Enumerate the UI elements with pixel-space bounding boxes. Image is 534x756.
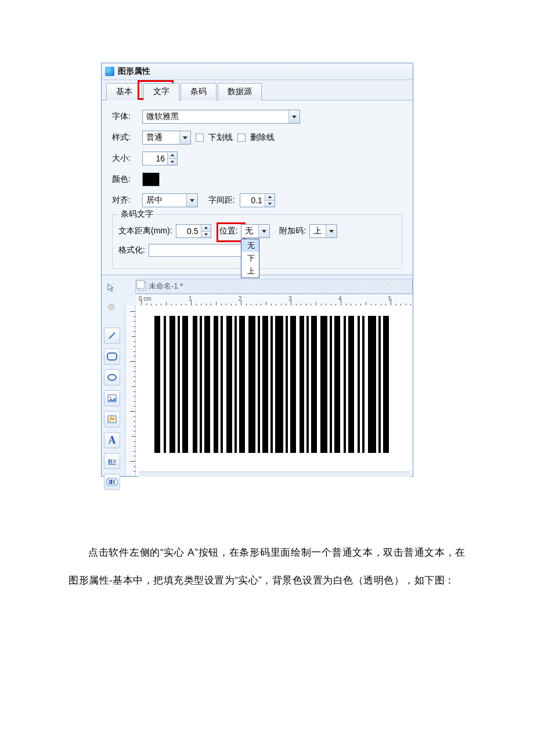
align-combo-button[interactable]	[186, 194, 197, 207]
svg-rect-18	[193, 316, 197, 453]
svg-rect-26	[248, 316, 255, 453]
tool-select-grey[interactable]	[104, 300, 119, 315]
svg-rect-13	[154, 316, 160, 453]
caret-down-icon	[262, 230, 266, 233]
caret-down-icon	[292, 116, 297, 118]
document-icon	[138, 282, 146, 290]
position-combo[interactable]: 无 无 下 上	[241, 224, 270, 238]
svg-rect-27	[258, 316, 260, 453]
line-icon	[107, 331, 117, 340]
align-label: 对齐:	[112, 195, 138, 206]
text-a-icon: A	[109, 434, 116, 447]
canvas-area: A R≡ 未命名-1 * 0 cm 1 2 3 4 5 tic	[102, 275, 413, 476]
strikethrough-checkbox[interactable]	[237, 134, 246, 142]
svg-rect-14	[164, 316, 166, 453]
image-icon	[107, 394, 117, 402]
svg-rect-2	[107, 353, 117, 360]
svg-point-3	[108, 375, 116, 380]
paper-edge	[138, 471, 410, 477]
distance-spinner[interactable]	[176, 224, 211, 238]
font-label: 字体:	[112, 111, 138, 122]
horizontal-ruler: 0 cm 1 2 3 4 5 ticks drawn below via JS	[135, 294, 413, 307]
tab-datasource[interactable]: 数据源	[218, 83, 262, 100]
group-title: 条码文字	[118, 209, 156, 219]
spinner-down[interactable]	[201, 232, 211, 238]
app-icon	[105, 67, 114, 76]
style-combo-button[interactable]	[179, 131, 190, 144]
tool-image[interactable]	[104, 390, 120, 406]
position-option-none[interactable]: 无	[241, 239, 259, 252]
svg-rect-40	[348, 316, 354, 453]
barcode-graphic[interactable]	[154, 316, 398, 455]
position-option-below[interactable]: 下	[241, 252, 259, 265]
document-tab[interactable]: 未命名-1 *	[135, 279, 413, 294]
position-label: 位置:	[219, 226, 238, 235]
size-spinner[interactable]	[142, 152, 178, 165]
caret-down-icon	[183, 136, 187, 139]
addon-combo-button[interactable]	[326, 225, 337, 237]
svg-rect-15	[169, 316, 175, 453]
text-panel: 字体: 微软雅黑 样式: 普通 下划线 删除线	[102, 100, 413, 275]
font-combo-button[interactable]	[288, 110, 300, 123]
tab-strip: 基本 文字 条码 数据源	[102, 80, 413, 100]
cursor-icon	[107, 283, 116, 292]
tool-richtext[interactable]: R≡	[104, 453, 120, 469]
addon-combo[interactable]: 上	[309, 224, 337, 238]
spinner-down[interactable]	[168, 159, 177, 165]
spinner-up[interactable]	[265, 194, 275, 201]
svg-rect-17	[182, 316, 188, 453]
tool-text[interactable]: A	[104, 432, 120, 448]
svg-rect-35	[311, 316, 317, 453]
position-option-above[interactable]: 上	[241, 265, 259, 278]
tool-barcode[interactable]	[104, 474, 120, 490]
size-label: 大小:	[112, 153, 138, 164]
addon-label: 附加码:	[279, 226, 306, 236]
underline-label: 下划线	[208, 132, 233, 143]
format-label: 格式化:	[118, 245, 145, 255]
canvas[interactable]	[135, 305, 413, 476]
caret-down-icon	[190, 199, 194, 202]
tool-vector[interactable]	[104, 411, 120, 427]
font-combo[interactable]: 微软雅黑	[142, 110, 300, 124]
svg-rect-45	[383, 316, 389, 453]
distance-input[interactable]	[176, 225, 201, 237]
svg-rect-16	[178, 316, 180, 453]
tab-barcode[interactable]: 条码	[181, 83, 217, 100]
distance-label: 文本距离(mm):	[118, 226, 172, 236]
window-title: 图形属性	[118, 66, 150, 77]
tool-rounded-rect[interactable]	[104, 348, 120, 365]
spacing-label: 字间距:	[208, 195, 235, 206]
properties-dialog-screenshot: 图形属性 基本 文字 条码 数据源 字体: 微软雅黑 样式: 普通	[101, 63, 413, 477]
tool-arrow[interactable]	[104, 280, 119, 295]
spinner-up[interactable]	[201, 225, 211, 232]
position-popup: 无 下 上	[241, 239, 259, 278]
underline-checkbox[interactable]	[196, 134, 204, 142]
svg-rect-22	[221, 316, 223, 453]
circle-grey-icon	[107, 303, 116, 312]
position-combo-button[interactable]	[258, 225, 269, 237]
spinner-up[interactable]	[168, 152, 177, 159]
spacing-spinner[interactable]	[240, 193, 275, 207]
spinner-down[interactable]	[265, 201, 275, 207]
tab-text[interactable]: 文字	[143, 83, 179, 100]
svg-rect-33	[300, 316, 304, 453]
style-combo[interactable]: 普通	[142, 131, 191, 145]
svg-rect-25	[239, 316, 245, 453]
svg-rect-41	[358, 316, 360, 453]
color-label: 颜色:	[112, 174, 138, 185]
svg-rect-30	[275, 316, 283, 453]
color-swatch[interactable]	[142, 172, 160, 186]
svg-rect-38	[334, 316, 340, 453]
svg-rect-20	[204, 316, 210, 453]
size-input[interactable]	[143, 152, 167, 165]
tool-ellipse[interactable]	[104, 369, 120, 386]
svg-rect-44	[378, 316, 381, 453]
svg-rect-24	[234, 316, 237, 453]
align-combo[interactable]: 居中	[142, 193, 198, 207]
vector-icon	[107, 415, 117, 423]
titlebar: 图形属性	[102, 63, 413, 80]
tool-line[interactable]	[104, 327, 120, 344]
svg-rect-42	[362, 316, 365, 453]
tab-basic[interactable]: 基本	[106, 83, 142, 100]
spacing-input[interactable]	[240, 194, 265, 207]
